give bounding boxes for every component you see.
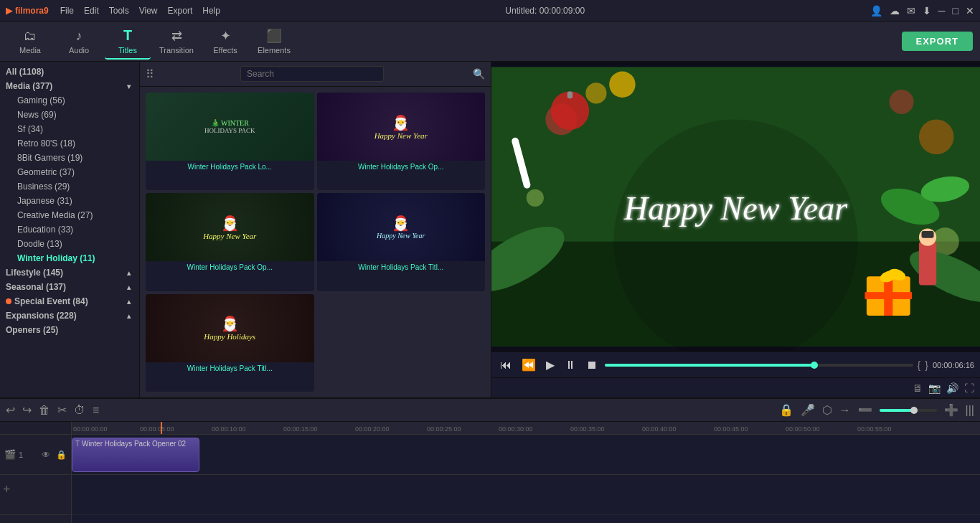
mail-icon[interactable]: ✉ bbox=[907, 5, 915, 17]
download-icon[interactable]: ⬇ bbox=[923, 5, 931, 17]
transition-tl-button[interactable]: ⬡ bbox=[822, 403, 832, 417]
lock-button[interactable]: 🔒 bbox=[779, 403, 793, 417]
volume-icon[interactable]: 🔊 bbox=[946, 382, 958, 394]
playhead[interactable] bbox=[161, 422, 162, 434]
zoom-slider[interactable] bbox=[880, 409, 937, 412]
export-button[interactable]: EXPORT bbox=[902, 32, 973, 51]
sidebar: All (1108) Media (377) ▾ Gaming (56) New… bbox=[0, 62, 140, 397]
add-track-button[interactable]: + bbox=[3, 482, 11, 497]
grid-dots-icon[interactable]: ⠿ bbox=[146, 67, 154, 81]
sidebar-item-geometric[interactable]: Geometric (37) bbox=[0, 165, 139, 179]
sidebar-item-winter[interactable]: Winter Holiday (11) bbox=[0, 251, 139, 265]
menu-file[interactable]: File bbox=[60, 6, 74, 16]
elements-label: Elements bbox=[258, 46, 291, 55]
toolbar-effects[interactable]: ✦ Effects bbox=[202, 24, 248, 60]
bracket-right-icon[interactable]: } bbox=[925, 359, 928, 371]
sidebar-item-education[interactable]: Education (33) bbox=[0, 222, 139, 237]
delete-button[interactable]: 🗑 bbox=[39, 404, 50, 417]
sidebar-item-special[interactable]: Special Event (84) ▴ bbox=[0, 294, 139, 308]
toolbar-titles[interactable]: T Titles bbox=[105, 24, 151, 60]
sidebar-item-gaming[interactable]: Gaming (56) bbox=[0, 93, 139, 108]
bracket-left-icon[interactable]: { bbox=[918, 359, 921, 371]
track-lock-icon[interactable]: 🔒 bbox=[56, 450, 67, 460]
track-eye-icon[interactable]: 👁 bbox=[42, 450, 50, 460]
close-button[interactable]: ✕ bbox=[966, 5, 974, 17]
menu-export[interactable]: Export bbox=[168, 6, 193, 16]
sidebar-item-retro[interactable]: Retro 80'S (18) bbox=[0, 136, 139, 151]
svg-rect-17 bbox=[919, 242, 936, 286]
app-logo: ▶ filmora9 bbox=[6, 6, 49, 16]
toolbar-media[interactable]: 🗂 Media bbox=[7, 24, 53, 60]
sidebar-item-creative[interactable]: Creative Media (27) bbox=[0, 208, 139, 222]
toolbar-transition[interactable]: ⇄ Transition bbox=[154, 24, 199, 60]
menu-view[interactable]: View bbox=[139, 6, 158, 16]
zoom-in-button[interactable]: ➕ bbox=[944, 403, 958, 417]
sidebar-item-japanese[interactable]: Japanese (31) bbox=[0, 194, 139, 208]
sidebar-item-openers[interactable]: Openers (25) bbox=[0, 323, 139, 337]
sidebar-item-lifestyle[interactable]: Lifestyle (145) ▴ bbox=[0, 265, 139, 280]
menu-bar: File Edit Tools View Export Help bbox=[60, 6, 220, 16]
mic-button[interactable]: 🎤 bbox=[801, 403, 815, 417]
clip-icon: T bbox=[75, 440, 80, 448]
logo-text: filmora9 bbox=[15, 6, 49, 16]
sidebar-item-all[interactable]: All (1108) bbox=[0, 65, 139, 79]
camera-icon[interactable]: 📷 bbox=[928, 382, 941, 394]
monitor-icon[interactable]: 🖥 bbox=[913, 382, 923, 394]
ruler-mark-7: 00:00:35:00 bbox=[570, 425, 605, 433]
minimize-button[interactable]: ─ bbox=[938, 5, 946, 17]
cloud-icon[interactable]: ☁ bbox=[890, 5, 900, 17]
grid-item-3[interactable]: 🎅 Happy New Year Winter Holidays Pack Ti… bbox=[317, 193, 486, 291]
redo-button[interactable]: ↪ bbox=[22, 403, 32, 417]
titlebar: ▶ filmora9 File Edit Tools View Export H… bbox=[0, 0, 980, 22]
sidebar-item-media[interactable]: Media (377) ▾ bbox=[0, 79, 139, 93]
forward-button[interactable]: → bbox=[839, 404, 851, 417]
search-bar: ⠿ 🔍 bbox=[140, 62, 491, 87]
cut-button[interactable]: ✂ bbox=[57, 403, 67, 417]
grid-item-4[interactable]: 🎅 Happy Holidays Winter Holidays Pack Ti… bbox=[146, 294, 314, 392]
search-input[interactable] bbox=[240, 66, 384, 82]
sidebar-item-expansions[interactable]: Expansions (228) ▴ bbox=[0, 308, 139, 323]
svg-rect-22 bbox=[864, 292, 912, 299]
play-backward-button[interactable]: ⏪ bbox=[519, 357, 539, 373]
grid-item-1[interactable]: 🎅 Happy New Year Winter Holidays Pack Op… bbox=[317, 93, 486, 190]
maximize-button[interactable]: □ bbox=[953, 5, 958, 17]
audio-track-row bbox=[72, 515, 980, 523]
menu-edit[interactable]: Edit bbox=[84, 6, 99, 16]
progress-bar[interactable] bbox=[605, 364, 913, 367]
sidebar-item-sf[interactable]: Sf (34) bbox=[0, 122, 139, 136]
transition-icon: ⇄ bbox=[171, 28, 182, 44]
grid-item-2[interactable]: 🎅 Happy New Year Winter Holidays Pack Op… bbox=[146, 193, 314, 291]
video-clip[interactable]: T Winter Holidays Pack Opener 02 bbox=[72, 438, 199, 472]
ruler-mark-4: 00:00:20:00 bbox=[355, 425, 390, 433]
timing-button[interactable]: ⏱ bbox=[74, 404, 85, 417]
layout-button[interactable]: ||| bbox=[966, 404, 974, 417]
grid-label-3: Winter Holidays Pack Titl... bbox=[317, 261, 486, 274]
fullscreen-icon[interactable]: ⛶ bbox=[964, 382, 974, 394]
stop-button[interactable]: ⏹ bbox=[583, 357, 600, 373]
sidebar-item-seasonal[interactable]: Seasonal (137) ▴ bbox=[0, 280, 139, 294]
audio-adjust-button[interactable]: ≡ bbox=[93, 404, 99, 417]
menu-tools[interactable]: Tools bbox=[109, 6, 129, 16]
svg-rect-13 bbox=[567, 91, 573, 98]
user-icon[interactable]: 👤 bbox=[870, 5, 882, 17]
preview-video: Happy New Year bbox=[491, 62, 980, 352]
sidebar-item-8bit[interactable]: 8Bit Gamers (19) bbox=[0, 151, 139, 165]
sidebar-item-business[interactable]: Business (29) bbox=[0, 179, 139, 194]
play-button[interactable]: ▶ bbox=[543, 357, 557, 373]
toolbar-elements[interactable]: ⬛ Elements bbox=[251, 24, 297, 60]
search-icon[interactable]: 🔍 bbox=[473, 68, 485, 80]
clip-label: Winter Holidays Pack Opener 02 bbox=[82, 440, 186, 448]
video-track-row: T Winter Holidays Pack Opener 02 bbox=[72, 435, 980, 475]
timeline: ↩ ↪ 🗑 ✂ ⏱ ≡ 🔒 🎤 ⬡ → ➖ ➕ ||| 🎬 1 👁 🔒 bbox=[0, 397, 980, 523]
toolbar-audio[interactable]: ♪ Audio bbox=[56, 24, 102, 60]
sidebar-item-news[interactable]: News (69) bbox=[0, 108, 139, 122]
preview-panel: Happy New Year ⏮ ⏪ ▶ ⏸ ⏹ { } 00:00:06 bbox=[491, 62, 980, 397]
menu-help[interactable]: Help bbox=[202, 6, 220, 16]
content-panel: ⠿ 🔍 🎄 WINTER HOLIDAYS PACK Winter Holida… bbox=[140, 62, 491, 397]
sidebar-item-doodle[interactable]: Doodle (13) bbox=[0, 237, 139, 251]
undo-button[interactable]: ↩ bbox=[6, 403, 15, 417]
zoom-out-button[interactable]: ➖ bbox=[858, 403, 872, 417]
rewind-button[interactable]: ⏮ bbox=[497, 357, 514, 373]
grid-item-0[interactable]: 🎄 WINTER HOLIDAYS PACK Winter Holidays P… bbox=[146, 93, 314, 190]
pause-button[interactable]: ⏸ bbox=[562, 357, 579, 373]
